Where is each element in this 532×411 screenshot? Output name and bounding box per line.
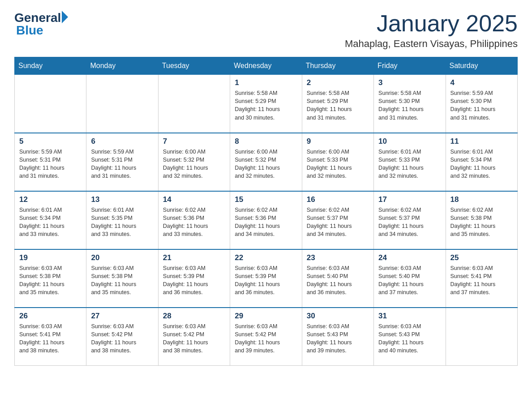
calendar-cell: 28Sunrise: 6:03 AM Sunset: 5:42 PM Dayli… <box>158 308 230 366</box>
calendar-cell: 29Sunrise: 6:03 AM Sunset: 5:42 PM Dayli… <box>230 308 302 366</box>
day-info: Sunrise: 6:03 AM Sunset: 5:39 PM Dayligh… <box>235 264 297 297</box>
calendar-cell: 23Sunrise: 6:03 AM Sunset: 5:40 PM Dayli… <box>302 249 373 308</box>
calendar-cell <box>446 308 517 366</box>
day-info: Sunrise: 6:01 AM Sunset: 5:33 PM Dayligh… <box>378 148 441 180</box>
day-number: 5 <box>19 137 82 146</box>
day-info: Sunrise: 6:00 AM Sunset: 5:33 PM Dayligh… <box>307 148 369 180</box>
day-number: 20 <box>91 253 153 262</box>
day-info: Sunrise: 6:02 AM Sunset: 5:36 PM Dayligh… <box>235 206 297 239</box>
day-info: Sunrise: 5:59 AM Sunset: 5:31 PM Dayligh… <box>91 148 153 180</box>
day-number: 23 <box>307 253 369 262</box>
calendar-week-row: 5Sunrise: 5:59 AM Sunset: 5:31 PM Daylig… <box>15 133 518 191</box>
day-number: 1 <box>235 78 297 87</box>
day-info: Sunrise: 6:02 AM Sunset: 5:37 PM Dayligh… <box>307 206 369 239</box>
calendar-cell: 15Sunrise: 6:02 AM Sunset: 5:36 PM Dayli… <box>230 191 302 249</box>
location-subtitle: Mahaplag, Eastern Visayas, Philippines <box>345 38 518 50</box>
logo: General Blue <box>14 11 68 38</box>
calendar-cell: 19Sunrise: 6:03 AM Sunset: 5:38 PM Dayli… <box>15 249 86 308</box>
weekday-header-friday: Friday <box>374 57 446 75</box>
day-info: Sunrise: 6:03 AM Sunset: 5:40 PM Dayligh… <box>378 264 441 297</box>
day-info: Sunrise: 6:03 AM Sunset: 5:38 PM Dayligh… <box>19 264 82 297</box>
calendar-cell <box>15 75 86 133</box>
day-info: Sunrise: 6:01 AM Sunset: 5:35 PM Dayligh… <box>91 206 153 239</box>
day-number: 7 <box>163 137 225 146</box>
weekday-header-wednesday: Wednesday <box>230 57 302 75</box>
calendar-cell: 1Sunrise: 5:58 AM Sunset: 5:29 PM Daylig… <box>230 75 302 133</box>
weekday-header-thursday: Thursday <box>302 57 373 75</box>
page-header: General Blue January 2025 Mahaplag, East… <box>14 11 518 50</box>
calendar-cell: 2Sunrise: 5:58 AM Sunset: 5:29 PM Daylig… <box>302 75 373 133</box>
day-info: Sunrise: 5:59 AM Sunset: 5:30 PM Dayligh… <box>450 89 513 122</box>
logo-blue-text: Blue <box>14 23 43 38</box>
calendar-week-row: 12Sunrise: 6:01 AM Sunset: 5:34 PM Dayli… <box>15 191 518 249</box>
day-number: 10 <box>378 137 441 146</box>
weekday-header-row: SundayMondayTuesdayWednesdayThursdayFrid… <box>15 57 518 75</box>
calendar-cell: 16Sunrise: 6:02 AM Sunset: 5:37 PM Dayli… <box>302 191 373 249</box>
day-info: Sunrise: 6:01 AM Sunset: 5:34 PM Dayligh… <box>450 148 513 180</box>
calendar-cell: 26Sunrise: 6:03 AM Sunset: 5:41 PM Dayli… <box>15 308 86 366</box>
day-info: Sunrise: 6:03 AM Sunset: 5:41 PM Dayligh… <box>450 264 513 297</box>
logo-arrow-icon <box>62 11 68 23</box>
day-number: 3 <box>378 78 441 87</box>
calendar-table: SundayMondayTuesdayWednesdayThursdayFrid… <box>14 57 518 366</box>
day-info: Sunrise: 6:03 AM Sunset: 5:42 PM Dayligh… <box>163 322 225 355</box>
day-info: Sunrise: 6:01 AM Sunset: 5:34 PM Dayligh… <box>19 206 82 239</box>
calendar-cell: 3Sunrise: 5:58 AM Sunset: 5:30 PM Daylig… <box>374 75 446 133</box>
day-number: 25 <box>450 253 513 262</box>
month-year-title: January 2025 <box>345 11 518 36</box>
day-number: 14 <box>163 195 225 204</box>
day-info: Sunrise: 6:03 AM Sunset: 5:41 PM Dayligh… <box>19 322 82 355</box>
day-info: Sunrise: 6:03 AM Sunset: 5:42 PM Dayligh… <box>91 322 153 355</box>
day-number: 13 <box>91 195 153 204</box>
day-info: Sunrise: 6:03 AM Sunset: 5:43 PM Dayligh… <box>378 322 441 355</box>
day-number: 2 <box>307 78 369 87</box>
day-info: Sunrise: 6:03 AM Sunset: 5:40 PM Dayligh… <box>307 264 369 297</box>
day-number: 12 <box>19 195 82 204</box>
day-number: 18 <box>450 195 513 204</box>
day-number: 30 <box>307 312 369 321</box>
day-info: Sunrise: 6:03 AM Sunset: 5:42 PM Dayligh… <box>235 322 297 355</box>
day-number: 9 <box>307 137 369 146</box>
calendar-cell: 31Sunrise: 6:03 AM Sunset: 5:43 PM Dayli… <box>374 308 446 366</box>
day-number: 24 <box>378 253 441 262</box>
calendar-cell <box>86 75 158 133</box>
weekday-header-monday: Monday <box>86 57 158 75</box>
calendar-cell: 9Sunrise: 6:00 AM Sunset: 5:33 PM Daylig… <box>302 133 373 191</box>
day-info: Sunrise: 6:02 AM Sunset: 5:38 PM Dayligh… <box>450 206 513 239</box>
day-info: Sunrise: 6:03 AM Sunset: 5:38 PM Dayligh… <box>91 264 153 297</box>
day-info: Sunrise: 6:02 AM Sunset: 5:37 PM Dayligh… <box>378 206 441 239</box>
calendar-cell: 22Sunrise: 6:03 AM Sunset: 5:39 PM Dayli… <box>230 249 302 308</box>
day-number: 19 <box>19 253 82 262</box>
calendar-cell: 7Sunrise: 6:00 AM Sunset: 5:32 PM Daylig… <box>158 133 230 191</box>
day-number: 27 <box>91 312 153 321</box>
day-number: 29 <box>235 312 297 321</box>
calendar-cell: 13Sunrise: 6:01 AM Sunset: 5:35 PM Dayli… <box>86 191 158 249</box>
day-number: 31 <box>378 312 441 321</box>
calendar-cell: 20Sunrise: 6:03 AM Sunset: 5:38 PM Dayli… <box>86 249 158 308</box>
day-info: Sunrise: 5:59 AM Sunset: 5:31 PM Dayligh… <box>19 148 82 180</box>
weekday-header-sunday: Sunday <box>15 57 86 75</box>
day-info: Sunrise: 6:00 AM Sunset: 5:32 PM Dayligh… <box>235 148 297 180</box>
day-number: 21 <box>163 253 225 262</box>
weekday-header-tuesday: Tuesday <box>158 57 230 75</box>
calendar-cell: 6Sunrise: 5:59 AM Sunset: 5:31 PM Daylig… <box>86 133 158 191</box>
calendar-cell: 12Sunrise: 6:01 AM Sunset: 5:34 PM Dayli… <box>15 191 86 249</box>
calendar-week-row: 1Sunrise: 5:58 AM Sunset: 5:29 PM Daylig… <box>15 75 518 133</box>
day-number: 22 <box>235 253 297 262</box>
calendar-cell: 11Sunrise: 6:01 AM Sunset: 5:34 PM Dayli… <box>446 133 517 191</box>
day-info: Sunrise: 5:58 AM Sunset: 5:30 PM Dayligh… <box>378 89 441 122</box>
calendar-cell: 24Sunrise: 6:03 AM Sunset: 5:40 PM Dayli… <box>374 249 446 308</box>
day-number: 4 <box>450 78 513 87</box>
calendar-week-row: 26Sunrise: 6:03 AM Sunset: 5:41 PM Dayli… <box>15 308 518 366</box>
day-info: Sunrise: 6:03 AM Sunset: 5:43 PM Dayligh… <box>307 322 369 355</box>
day-info: Sunrise: 6:03 AM Sunset: 5:39 PM Dayligh… <box>163 264 225 297</box>
calendar-cell: 4Sunrise: 5:59 AM Sunset: 5:30 PM Daylig… <box>446 75 517 133</box>
day-number: 6 <box>91 137 153 146</box>
day-number: 28 <box>163 312 225 321</box>
calendar-cell: 10Sunrise: 6:01 AM Sunset: 5:33 PM Dayli… <box>374 133 446 191</box>
calendar-cell: 17Sunrise: 6:02 AM Sunset: 5:37 PM Dayli… <box>374 191 446 249</box>
day-number: 17 <box>378 195 441 204</box>
calendar-cell: 18Sunrise: 6:02 AM Sunset: 5:38 PM Dayli… <box>446 191 517 249</box>
day-number: 11 <box>450 137 513 146</box>
calendar-cell: 14Sunrise: 6:02 AM Sunset: 5:36 PM Dayli… <box>158 191 230 249</box>
